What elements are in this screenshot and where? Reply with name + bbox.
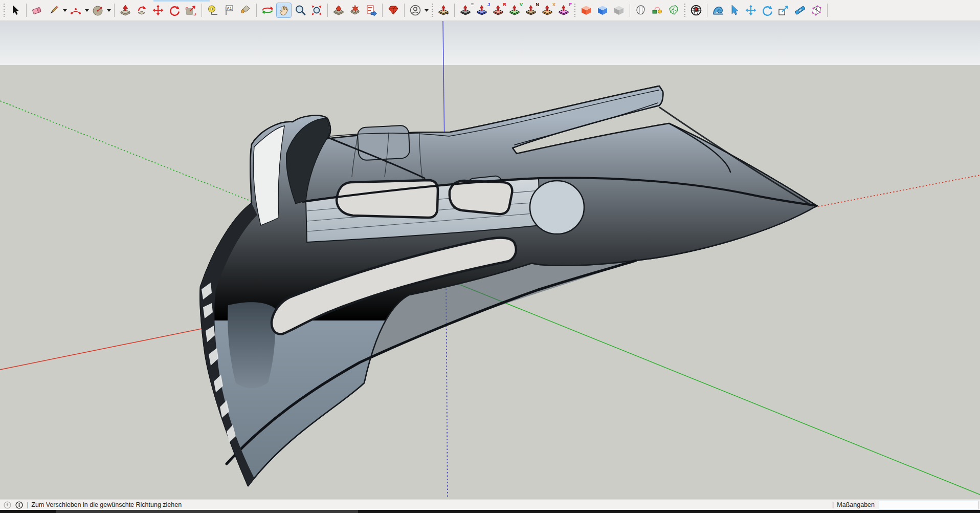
sky xyxy=(0,21,980,65)
tool-ruby-gem[interactable] xyxy=(386,3,400,17)
tool-jpp-X[interactable]: X xyxy=(540,3,554,17)
tool-arc[interactable] xyxy=(69,3,83,17)
toolbar: A1=JRVNXF xyxy=(0,0,980,21)
tool-scale[interactable] xyxy=(184,3,198,17)
tool-vt-level[interactable] xyxy=(793,3,807,17)
tool-vt-move[interactable] xyxy=(744,3,758,17)
toolbar-separator xyxy=(202,4,202,17)
toolbar-separator xyxy=(382,4,383,17)
measurements-input[interactable] xyxy=(879,501,979,509)
tool-badge: V xyxy=(520,2,523,7)
tool-account[interactable] xyxy=(408,3,422,17)
info-icon[interactable] xyxy=(15,501,24,509)
tool-globe-dome[interactable] xyxy=(689,3,703,17)
tool-export-model[interactable] xyxy=(331,3,346,17)
upper-slot-opening xyxy=(337,180,438,218)
tool-circle-tool[interactable] xyxy=(91,3,105,17)
tool-jpp-J[interactable]: J xyxy=(475,3,489,17)
foglight-circle xyxy=(530,181,584,234)
statusbar-separator: | xyxy=(27,501,28,508)
upper-gray-patch xyxy=(357,125,410,160)
tool-snail[interactable] xyxy=(711,3,725,17)
tool-move[interactable] xyxy=(151,3,165,17)
tool-curve-ball[interactable] xyxy=(650,3,664,17)
tool-push-pull[interactable] xyxy=(118,3,132,17)
tool-jpp-=[interactable]: = xyxy=(458,3,473,17)
tool-jpp-R[interactable]: R xyxy=(491,3,505,17)
viewport-canvas[interactable] xyxy=(0,21,980,499)
tool-select-arrow[interactable] xyxy=(8,3,23,17)
tool-export-star[interactable] xyxy=(348,3,362,17)
toolbar-separator xyxy=(26,4,27,17)
measure-separator: | xyxy=(832,501,834,508)
tool-zoom[interactable] xyxy=(293,3,307,17)
toolbar-separator xyxy=(454,4,455,17)
tool-cube[interactable] xyxy=(595,3,610,17)
tool-vt-rotate[interactable] xyxy=(760,3,774,17)
tool-orbit[interactable] xyxy=(260,3,275,17)
tool-pencil[interactable] xyxy=(47,3,61,17)
tool-paint-bucket[interactable] xyxy=(238,3,253,17)
svg-text:A1: A1 xyxy=(227,6,232,11)
tool-green-gem[interactable] xyxy=(666,3,681,17)
tool-rotate[interactable] xyxy=(167,3,182,17)
tool-tape-measure[interactable] xyxy=(206,3,220,17)
tool-dropdown-circle-tool[interactable] xyxy=(106,3,112,17)
geolocation-icon[interactable] xyxy=(3,501,12,509)
toolbar-separator xyxy=(827,4,828,17)
tool-eraser[interactable] xyxy=(30,3,44,17)
toolbar-separator xyxy=(114,4,115,17)
tool-dropdown-pencil[interactable] xyxy=(62,3,68,17)
upper-right-opening xyxy=(450,181,513,214)
tool-follow-me[interactable] xyxy=(135,3,149,17)
tool-vt-cube[interactable] xyxy=(809,3,823,17)
toolbar-drag-handle[interactable] xyxy=(3,4,5,17)
window-bottom-edge xyxy=(0,510,980,513)
tool-zoom-extents[interactable] xyxy=(309,3,324,17)
status-hint: Zum Verschieben in die gewünschte Richtu… xyxy=(31,501,182,508)
toolbar-separator xyxy=(327,4,328,17)
tool-cube[interactable] xyxy=(612,3,626,17)
tool-jpp-main[interactable] xyxy=(436,3,451,17)
toolbar-drag-handle[interactable] xyxy=(684,4,686,17)
tool-export-page[interactable] xyxy=(364,3,378,17)
toolbar-drag-handle[interactable] xyxy=(574,4,576,17)
selection-artifact xyxy=(153,0,210,2)
tool-text-tool[interactable]: A1 xyxy=(222,3,236,17)
toolbar-separator xyxy=(404,4,405,17)
tool-badge: = xyxy=(471,2,474,7)
tool-badge: R xyxy=(503,2,507,7)
toolbar-separator xyxy=(256,4,257,17)
tool-jpp-V[interactable]: V xyxy=(507,3,522,17)
tool-dropdown-arc[interactable] xyxy=(84,3,90,17)
tool-badge: J xyxy=(487,2,490,7)
toolbar-drag-handle[interactable] xyxy=(431,4,433,17)
tool-vt-scale[interactable] xyxy=(776,3,791,17)
tool-badge: X xyxy=(552,2,555,7)
tool-jpp-N[interactable]: N xyxy=(524,3,538,17)
tool-cube[interactable] xyxy=(579,3,593,17)
measurements-label: Maßangaben xyxy=(837,501,875,508)
tool-rock[interactable] xyxy=(634,3,648,17)
toolbar-separator xyxy=(630,4,630,17)
status-bar: | Zum Verschieben in die gewünschte Rich… xyxy=(0,499,980,510)
tool-jpp-F[interactable]: F xyxy=(556,3,571,17)
tool-badge: F xyxy=(569,2,572,7)
lower-smooth-panel xyxy=(228,302,275,388)
toolbar-separator xyxy=(707,4,707,17)
tool-dropdown-account[interactable] xyxy=(424,3,429,17)
tool-badge: N xyxy=(536,2,540,7)
tool-pan-hand[interactable] xyxy=(277,3,291,17)
tool-vt-select[interactable] xyxy=(727,3,742,17)
